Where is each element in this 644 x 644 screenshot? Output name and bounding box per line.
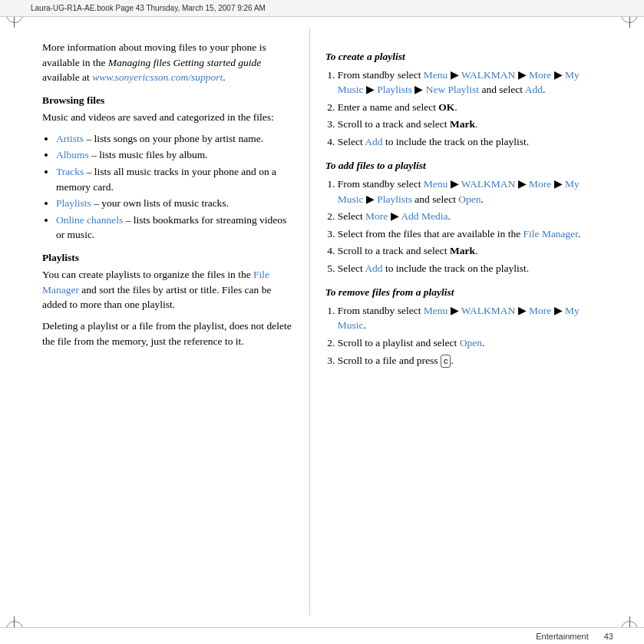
list-item-albums: Albums – lists music files by album. <box>56 147 294 163</box>
footer-page: 43 <box>604 632 613 641</box>
remove-files-heading: To remove files from a playlist <box>325 285 603 300</box>
add-step-2: Select More ▶ Add Media. <box>338 209 603 224</box>
footer-bar: Entertainment 43 <box>0 627 644 644</box>
list-item-tracks: Tracks – lists all music tracks in your … <box>56 164 294 194</box>
playlists-para2: Deleting a playlist or a file from the p… <box>42 319 294 348</box>
list-item-artists: Artists – lists songs on your phone by a… <box>56 131 294 147</box>
add-step-3: Select from the files that are available… <box>338 226 603 242</box>
footer-section: Entertainment <box>536 632 588 641</box>
add-step-5: Select Add to include the track on the p… <box>338 261 603 276</box>
left-column: More information about moving files to y… <box>0 17 309 627</box>
list-item-online-channels: Online channels – lists bookmarks for st… <box>56 213 294 243</box>
create-step-1: From standby select Menu ▶ WALKMAN ▶ Mor… <box>338 68 603 97</box>
remove-step-3: Scroll to a file and press c. <box>338 353 603 368</box>
playlists-para1: You can create playlists to organize the… <box>42 267 294 312</box>
browsing-intro: Music and videos are saved and categoriz… <box>42 110 294 125</box>
playlists-heading: Playlists <box>42 250 294 266</box>
add-files-steps: From standby select Menu ▶ WALKMAN ▶ Mor… <box>325 177 603 276</box>
remove-files-steps: From standby select Menu ▶ WALKMAN ▶ Mor… <box>325 303 603 368</box>
add-step-1: From standby select Menu ▶ WALKMAN ▶ Mor… <box>338 177 603 206</box>
remove-step-1: From standby select Menu ▶ WALKMAN ▶ Mor… <box>338 303 603 333</box>
browsing-list: Artists – lists songs on your phone by a… <box>42 131 294 243</box>
create-step-4: Select Add to include the track on the p… <box>338 134 603 150</box>
header-bar: Laura-UG-R1A-AE.book Page 43 Thursday, M… <box>0 0 644 17</box>
create-playlist-heading: To create a playlist <box>325 49 603 64</box>
intro-paragraph: More information about moving files to y… <box>42 40 294 85</box>
list-item-playlists: Playlists – your own lists of music trac… <box>56 196 294 211</box>
add-files-heading: To add files to a playlist <box>325 158 603 173</box>
browsing-heading: Browsing files <box>42 93 294 108</box>
header-text: Laura-UG-R1A-AE.book Page 43 Thursday, M… <box>31 4 266 12</box>
add-step-4: Scroll to a track and select Mark. <box>338 243 603 259</box>
create-step-3: Scroll to a track and select Mark. <box>338 117 603 132</box>
create-step-2: Enter a name and select OK. <box>338 100 603 115</box>
remove-step-2: Scroll to a playlist and select Open. <box>338 335 603 351</box>
right-column: To create a playlist From standby select… <box>310 17 644 627</box>
content-area: More information about moving files to y… <box>0 17 644 627</box>
create-playlist-steps: From standby select Menu ▶ WALKMAN ▶ Mor… <box>325 68 603 150</box>
c-key: c <box>441 355 451 368</box>
